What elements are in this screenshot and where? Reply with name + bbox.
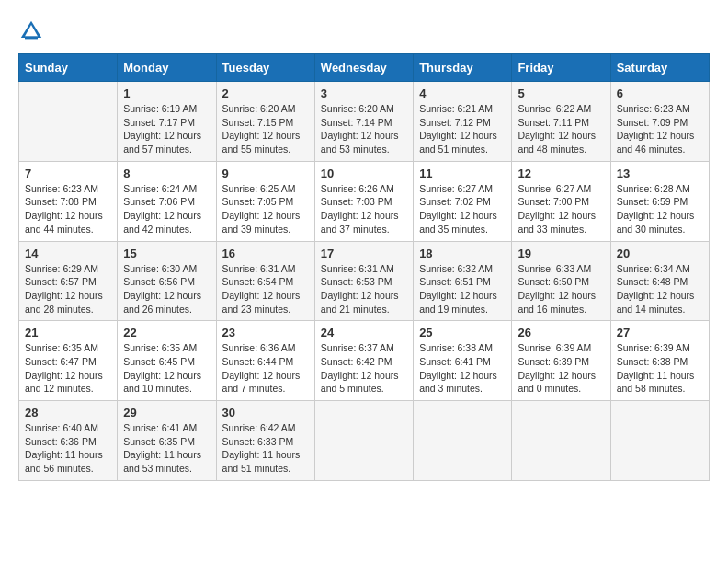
- calendar-day-cell: 20Sunrise: 6:34 AM Sunset: 6:48 PM Dayli…: [610, 241, 709, 321]
- day-number: 17: [321, 247, 407, 260]
- calendar-day-cell: 15Sunrise: 6:30 AM Sunset: 6:56 PM Dayli…: [118, 241, 216, 321]
- calendar-day-header: Tuesday: [216, 54, 314, 82]
- day-info: Sunrise: 6:29 AM Sunset: 6:57 PM Dayligh…: [25, 262, 111, 316]
- day-number: 20: [617, 247, 703, 260]
- calendar-header-row: SundayMondayTuesdayWednesdayThursdayFrid…: [19, 54, 710, 82]
- calendar-day-cell: 24Sunrise: 6:37 AM Sunset: 6:42 PM Dayli…: [314, 321, 413, 401]
- calendar-day-cell: 22Sunrise: 6:35 AM Sunset: 6:45 PM Dayli…: [118, 321, 216, 401]
- day-info: Sunrise: 6:23 AM Sunset: 7:09 PM Dayligh…: [617, 102, 703, 156]
- day-number: 12: [518, 167, 604, 180]
- calendar-day-cell: 14Sunrise: 6:29 AM Sunset: 6:57 PM Dayli…: [19, 241, 118, 321]
- day-info: Sunrise: 6:39 AM Sunset: 6:38 PM Dayligh…: [617, 341, 703, 396]
- calendar-day-header: Thursday: [414, 54, 512, 82]
- day-info: Sunrise: 6:31 AM Sunset: 6:53 PM Dayligh…: [321, 262, 407, 316]
- calendar-day-cell: 28Sunrise: 6:40 AM Sunset: 6:36 PM Dayli…: [19, 401, 118, 481]
- day-number: 25: [419, 326, 506, 339]
- day-number: 1: [123, 86, 210, 100]
- calendar-day-cell: 10Sunrise: 6:26 AM Sunset: 7:03 PM Dayli…: [314, 161, 413, 241]
- calendar-day-header: Sunday: [19, 54, 118, 82]
- day-info: Sunrise: 6:41 AM Sunset: 6:35 PM Dayligh…: [123, 421, 210, 476]
- day-info: Sunrise: 6:32 AM Sunset: 6:51 PM Dayligh…: [419, 262, 506, 316]
- day-number: 4: [419, 86, 506, 100]
- page-header: [18, 18, 710, 44]
- logo-icon: [18, 18, 44, 44]
- calendar-day-cell: 6Sunrise: 6:23 AM Sunset: 7:09 PM Daylig…: [610, 82, 709, 162]
- day-number: 10: [321, 167, 407, 180]
- calendar-day-cell: 2Sunrise: 6:20 AM Sunset: 7:15 PM Daylig…: [216, 82, 314, 162]
- calendar-day-cell: 21Sunrise: 6:35 AM Sunset: 6:47 PM Dayli…: [19, 321, 118, 401]
- day-number: 22: [123, 326, 210, 339]
- day-number: 23: [222, 326, 309, 339]
- day-number: 3: [321, 86, 407, 100]
- calendar-week-row: 21Sunrise: 6:35 AM Sunset: 6:47 PM Dayli…: [19, 321, 710, 401]
- calendar-day-cell: 25Sunrise: 6:38 AM Sunset: 6:41 PM Dayli…: [414, 321, 512, 401]
- calendar-day-cell: 12Sunrise: 6:27 AM Sunset: 7:00 PM Dayli…: [512, 161, 610, 241]
- calendar-day-header: Friday: [512, 54, 610, 82]
- calendar-day-cell: 1Sunrise: 6:19 AM Sunset: 7:17 PM Daylig…: [118, 82, 216, 162]
- calendar-week-row: 7Sunrise: 6:23 AM Sunset: 7:08 PM Daylig…: [19, 161, 710, 241]
- day-number: 26: [518, 326, 604, 339]
- day-number: 15: [123, 247, 210, 260]
- calendar-day-cell: [414, 401, 512, 481]
- day-info: Sunrise: 6:22 AM Sunset: 7:11 PM Dayligh…: [518, 102, 604, 156]
- svg-rect-2: [25, 37, 38, 40]
- calendar-day-cell: [512, 401, 610, 481]
- day-info: Sunrise: 6:28 AM Sunset: 6:59 PM Dayligh…: [617, 182, 703, 236]
- day-number: 6: [617, 86, 703, 100]
- calendar-day-cell: 9Sunrise: 6:25 AM Sunset: 7:05 PM Daylig…: [216, 161, 314, 241]
- day-info: Sunrise: 6:25 AM Sunset: 7:05 PM Dayligh…: [222, 182, 309, 236]
- calendar-day-cell: 8Sunrise: 6:24 AM Sunset: 7:06 PM Daylig…: [118, 161, 216, 241]
- calendar-day-header: Wednesday: [314, 54, 413, 82]
- day-number: 7: [25, 167, 111, 180]
- day-info: Sunrise: 6:20 AM Sunset: 7:14 PM Dayligh…: [321, 102, 407, 156]
- calendar-week-row: 1Sunrise: 6:19 AM Sunset: 7:17 PM Daylig…: [19, 82, 710, 162]
- day-number: 24: [321, 326, 407, 339]
- calendar-day-header: Monday: [118, 54, 216, 82]
- calendar-day-cell: 27Sunrise: 6:39 AM Sunset: 6:38 PM Dayli…: [610, 321, 709, 401]
- day-number: 21: [25, 326, 111, 339]
- day-info: Sunrise: 6:19 AM Sunset: 7:17 PM Dayligh…: [123, 102, 210, 156]
- day-number: 14: [25, 247, 111, 260]
- calendar-day-cell: 30Sunrise: 6:42 AM Sunset: 6:33 PM Dayli…: [216, 401, 314, 481]
- day-number: 30: [222, 406, 309, 419]
- day-info: Sunrise: 6:21 AM Sunset: 7:12 PM Dayligh…: [419, 102, 506, 156]
- calendar-day-cell: 26Sunrise: 6:39 AM Sunset: 6:39 PM Dayli…: [512, 321, 610, 401]
- logo: [18, 18, 48, 44]
- calendar-day-cell: 5Sunrise: 6:22 AM Sunset: 7:11 PM Daylig…: [512, 82, 610, 162]
- day-info: Sunrise: 6:31 AM Sunset: 6:54 PM Dayligh…: [222, 262, 309, 316]
- day-info: Sunrise: 6:20 AM Sunset: 7:15 PM Dayligh…: [222, 102, 309, 156]
- calendar-day-header: Saturday: [610, 54, 709, 82]
- day-number: 16: [222, 247, 309, 260]
- calendar-day-cell: 16Sunrise: 6:31 AM Sunset: 6:54 PM Dayli…: [216, 241, 314, 321]
- calendar-day-cell: 7Sunrise: 6:23 AM Sunset: 7:08 PM Daylig…: [19, 161, 118, 241]
- day-number: 13: [617, 167, 703, 180]
- day-info: Sunrise: 6:39 AM Sunset: 6:39 PM Dayligh…: [518, 341, 604, 396]
- calendar-day-cell: [314, 401, 413, 481]
- day-number: 9: [222, 167, 309, 180]
- day-info: Sunrise: 6:23 AM Sunset: 7:08 PM Dayligh…: [25, 182, 111, 236]
- day-number: 11: [419, 167, 506, 180]
- day-number: 19: [518, 247, 604, 260]
- day-info: Sunrise: 6:35 AM Sunset: 6:45 PM Dayligh…: [123, 341, 210, 396]
- day-info: Sunrise: 6:36 AM Sunset: 6:44 PM Dayligh…: [222, 341, 309, 396]
- day-number: 27: [617, 326, 703, 339]
- calendar-day-cell: 19Sunrise: 6:33 AM Sunset: 6:50 PM Dayli…: [512, 241, 610, 321]
- day-info: Sunrise: 6:37 AM Sunset: 6:42 PM Dayligh…: [321, 341, 407, 396]
- day-number: 29: [123, 406, 210, 419]
- calendar-day-cell: 3Sunrise: 6:20 AM Sunset: 7:14 PM Daylig…: [314, 82, 413, 162]
- day-number: 8: [123, 167, 210, 180]
- day-info: Sunrise: 6:30 AM Sunset: 6:56 PM Dayligh…: [123, 262, 210, 316]
- day-number: 18: [419, 247, 506, 260]
- calendar-day-cell: 29Sunrise: 6:41 AM Sunset: 6:35 PM Dayli…: [118, 401, 216, 481]
- calendar-day-cell: 4Sunrise: 6:21 AM Sunset: 7:12 PM Daylig…: [414, 82, 512, 162]
- calendar-week-row: 14Sunrise: 6:29 AM Sunset: 6:57 PM Dayli…: [19, 241, 710, 321]
- day-number: 2: [222, 86, 309, 100]
- day-info: Sunrise: 6:42 AM Sunset: 6:33 PM Dayligh…: [222, 421, 309, 476]
- calendar-day-cell: [19, 82, 118, 162]
- day-info: Sunrise: 6:33 AM Sunset: 6:50 PM Dayligh…: [518, 262, 604, 316]
- calendar-day-cell: 11Sunrise: 6:27 AM Sunset: 7:02 PM Dayli…: [414, 161, 512, 241]
- day-info: Sunrise: 6:24 AM Sunset: 7:06 PM Dayligh…: [123, 182, 210, 236]
- calendar-day-cell: 23Sunrise: 6:36 AM Sunset: 6:44 PM Dayli…: [216, 321, 314, 401]
- day-info: Sunrise: 6:27 AM Sunset: 7:02 PM Dayligh…: [419, 182, 506, 236]
- day-info: Sunrise: 6:34 AM Sunset: 6:48 PM Dayligh…: [617, 262, 703, 316]
